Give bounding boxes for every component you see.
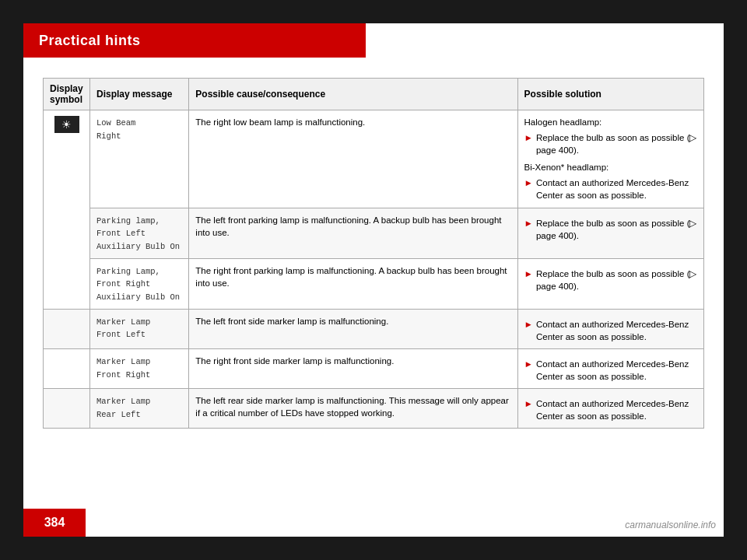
solution-cell: ► Contact an authorized Mercedes-Benz Ce… bbox=[517, 348, 703, 388]
msg-cell: Parking lamp, Front LeftAuxiliary Bulb O… bbox=[90, 208, 189, 258]
bullet-text: Replace the bulb as soon as possible (▷ … bbox=[536, 268, 697, 292]
low-beam-icon: ☀ bbox=[54, 116, 79, 133]
msg-cell: Marker LampFront Right bbox=[90, 348, 189, 388]
solution-cell: ► Replace the bulb as soon as possible (… bbox=[517, 258, 703, 309]
page-title: Practical hints bbox=[39, 33, 141, 49]
symbol-cell-empty bbox=[44, 309, 90, 348]
bullet-arrow-icon2: ► bbox=[524, 177, 533, 189]
bullet-text: Contact an authorized Mercedes-Benz Cent… bbox=[536, 397, 697, 422]
solution-bullet: ► Contact an authorized Mercedes-Benz Ce… bbox=[524, 397, 697, 422]
display-message: Low BeamRight bbox=[96, 118, 135, 141]
bullet-arrow-icon: ► bbox=[524, 268, 533, 280]
footer-bar: 384 bbox=[23, 509, 86, 537]
solution-cell: ► Contact an authorized Mercedes-Benz Ce… bbox=[517, 309, 703, 348]
bullet-text: Replace the bulb as soon as possible (▷ … bbox=[536, 131, 697, 156]
solution-bullet: ► Replace the bulb as soon as possible (… bbox=[524, 217, 697, 242]
cause-cell: The right front side marker lamp is malf… bbox=[189, 348, 517, 388]
header-bar: Practical hints bbox=[23, 23, 366, 58]
solution-header2: Bi-Xenon* headlamp: bbox=[524, 161, 697, 173]
table-row: Parking lamp, Front LeftAuxiliary Bulb O… bbox=[44, 208, 704, 258]
cause-cell: The right low beam lamp is malfunc­tioni… bbox=[189, 110, 517, 208]
msg-cell: Parking Lamp, Front RightAuxiliary Bulb … bbox=[90, 258, 189, 309]
table-row: ☀ Low BeamRight The right low beam lamp … bbox=[44, 110, 704, 208]
hints-table: Display symbol Display message Possible … bbox=[43, 78, 704, 429]
col-cause: Possible cause/consequence bbox=[189, 79, 517, 110]
bullet-text: Replace the bulb as soon as possible (▷ … bbox=[536, 217, 697, 242]
display-message: Parking Lamp, Front RightAuxiliary Bulb … bbox=[96, 267, 180, 302]
col-symbol: Display symbol bbox=[44, 79, 90, 110]
display-message: Parking lamp, Front LeftAuxiliary Bulb O… bbox=[96, 216, 180, 251]
symbol-cell: ☀ bbox=[44, 110, 90, 310]
solution-bullet2: ► Contact an authorized Mercedes-Benz Ce… bbox=[524, 177, 697, 201]
solution-bullet: ► Contact an authorized Mercedes-Benz Ce… bbox=[524, 318, 697, 343]
msg-cell: Low BeamRight bbox=[90, 110, 189, 208]
symbol-cell-empty bbox=[44, 348, 90, 388]
solution-header: Halogen headlamp: bbox=[524, 116, 697, 128]
display-message: Marker LampRear Left bbox=[96, 397, 150, 419]
msg-cell: Marker LampFront Left bbox=[90, 309, 189, 348]
table-row: Marker LampFront Left The left front sid… bbox=[44, 309, 704, 348]
bullet-arrow-icon: ► bbox=[524, 318, 533, 331]
cause-cell: The left rear side marker lamp is malfun… bbox=[189, 389, 517, 429]
cause-cell: The left front side marker lamp is malfu… bbox=[189, 309, 517, 348]
bullet-text: Contact an authorized Mercedes-Benz Cent… bbox=[536, 318, 697, 343]
solution-bullet: ► Contact an authorized Mercedes-Benz Ce… bbox=[524, 358, 697, 383]
page-number: 384 bbox=[44, 516, 65, 530]
table-row: Parking Lamp, Front RightAuxiliary Bulb … bbox=[44, 258, 704, 309]
bullet-text2: Contact an authorized Mercedes-Benz Cent… bbox=[536, 177, 697, 201]
bullet-arrow-icon: ► bbox=[524, 217, 533, 229]
solution-bullet: ► Replace the bulb as soon as possible (… bbox=[524, 131, 697, 156]
main-content: Display symbol Display message Possible … bbox=[43, 78, 704, 482]
display-message: Marker LampFront Left bbox=[96, 317, 150, 340]
bullet-arrow-icon: ► bbox=[524, 397, 533, 410]
display-message: Marker LampFront Right bbox=[96, 357, 150, 380]
col-solution: Possible solution bbox=[517, 79, 703, 110]
solution-cell: ► Replace the bulb as soon as possible (… bbox=[517, 208, 703, 258]
cause-cell: The left front parking lamp is malfuncti… bbox=[189, 208, 517, 258]
bullet-text: Contact an authorized Mercedes-Benz Cent… bbox=[536, 358, 697, 383]
watermark: carmanualsonline.info bbox=[625, 520, 716, 530]
bullet-arrow-icon: ► bbox=[524, 131, 533, 144]
cause-cell: The right front parking lamp is malfunct… bbox=[189, 258, 517, 309]
table-row: Marker LampRear Left The left rear side … bbox=[44, 389, 704, 429]
solution-bullet: ► Replace the bulb as soon as possible (… bbox=[524, 268, 697, 292]
col-message: Display message bbox=[90, 79, 189, 110]
symbol-cell-empty bbox=[44, 389, 90, 429]
solution-cell: ► Contact an authorized Mercedes-Benz Ce… bbox=[517, 389, 703, 429]
solution-cell: Halogen headlamp: ► Replace the bulb as … bbox=[517, 110, 703, 208]
table-row: Marker LampFront Right The right front s… bbox=[44, 348, 704, 388]
bullet-arrow-icon: ► bbox=[524, 358, 533, 370]
msg-cell: Marker LampRear Left bbox=[90, 389, 189, 429]
